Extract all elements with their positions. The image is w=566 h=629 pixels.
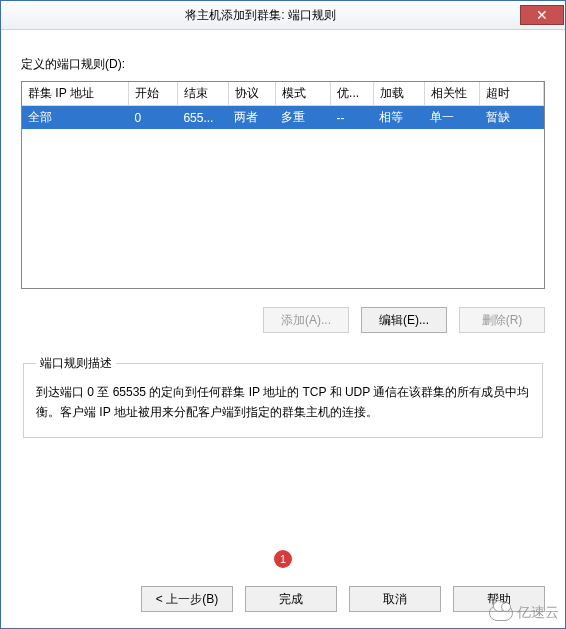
col-timeout[interactable]: 超时 xyxy=(480,82,544,106)
cell-cluster-ip: 全部 xyxy=(22,106,128,130)
col-start[interactable]: 开始 xyxy=(128,82,177,106)
col-end[interactable]: 结束 xyxy=(177,82,228,106)
col-mode[interactable]: 模式 xyxy=(275,82,330,106)
cell-mode: 多重 xyxy=(275,106,330,130)
cell-protocol: 两者 xyxy=(228,106,275,130)
col-protocol[interactable]: 协议 xyxy=(228,82,275,106)
cell-end: 655... xyxy=(177,106,228,130)
watermark: 亿速云 xyxy=(489,604,559,622)
cell-start: 0 xyxy=(128,106,177,130)
cell-load: 相等 xyxy=(373,106,424,130)
dialog-window: 将主机添加到群集: 端口规则 ✕ 定义的端口规则(D): xyxy=(0,0,566,629)
grid-header-row: 群集 IP 地址 开始 结束 协议 模式 优... 加载 相关性 超时 xyxy=(22,82,544,106)
rule-buttons: 添加(A)... 编辑(E)... 删除(R) xyxy=(21,307,545,333)
titlebar: 将主机添加到群集: 端口规则 ✕ xyxy=(1,1,565,30)
finish-button[interactable]: 完成 xyxy=(245,586,337,612)
annotation-badge: 1 xyxy=(274,550,292,568)
col-priority[interactable]: 优... xyxy=(331,82,374,106)
remove-button[interactable]: 删除(R) xyxy=(459,307,545,333)
cell-priority: -- xyxy=(331,106,374,130)
cancel-button[interactable]: 取消 xyxy=(349,586,441,612)
cell-affinity: 单一 xyxy=(424,106,479,130)
cloud-icon xyxy=(489,605,513,621)
add-button[interactable]: 添加(A)... xyxy=(263,307,349,333)
port-rules-grid[interactable]: 群集 IP 地址 开始 结束 协议 模式 优... 加载 相关性 超时 全部 0 xyxy=(21,81,545,289)
col-cluster-ip[interactable]: 群集 IP 地址 xyxy=(22,82,128,106)
defined-rules-label: 定义的端口规则(D): xyxy=(21,56,545,73)
back-button[interactable]: < 上一步(B) xyxy=(141,586,233,612)
window-title: 将主机添加到群集: 端口规则 xyxy=(1,7,520,24)
col-load[interactable]: 加载 xyxy=(373,82,424,106)
wizard-footer: < 上一步(B) 完成 取消 帮助 xyxy=(1,586,565,612)
col-affinity[interactable]: 相关性 xyxy=(424,82,479,106)
dialog-body: 定义的端口规则(D): 群集 IP 地址 开始 xyxy=(1,30,565,438)
table-row[interactable]: 全部 0 655... 两者 多重 -- 相等 单一 暂缺 xyxy=(22,106,544,130)
rule-description-group: 端口规则描述 到达端口 0 至 65535 的定向到任何群集 IP 地址的 TC… xyxy=(23,355,543,438)
cell-timeout: 暂缺 xyxy=(480,106,544,130)
close-icon: ✕ xyxy=(536,8,548,22)
edit-button[interactable]: 编辑(E)... xyxy=(361,307,447,333)
close-button[interactable]: ✕ xyxy=(520,5,564,25)
rule-description-text: 到达端口 0 至 65535 的定向到任何群集 IP 地址的 TCP 和 UDP… xyxy=(36,382,530,423)
rule-description-legend: 端口规则描述 xyxy=(36,355,116,372)
watermark-text: 亿速云 xyxy=(517,604,559,622)
